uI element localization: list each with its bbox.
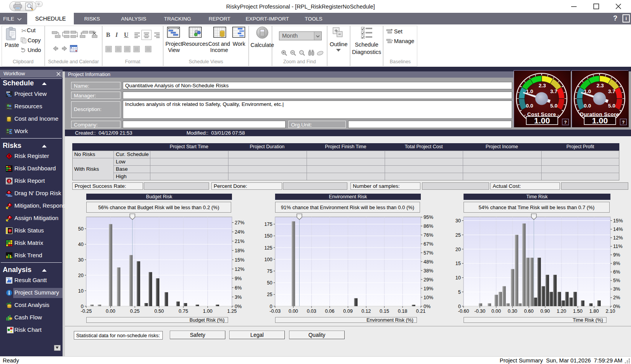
svg-text:0.0: 0.0 (526, 103, 533, 109)
svg-text:0.50: 0.50 (154, 309, 164, 314)
svg-text:-0.25: -0.25 (81, 309, 92, 314)
svg-text:150: 150 (264, 233, 272, 239)
svg-text:10: 10 (78, 288, 84, 294)
svg-text:12%: 12% (613, 235, 623, 241)
svg-text:30: 30 (455, 218, 461, 224)
svg-text:1.25: 1.25 (227, 309, 237, 314)
svg-text:1.50: 1.50 (573, 309, 582, 314)
svg-text:2.3: 2.3 (596, 83, 604, 88)
svg-text:0.00: 0.00 (492, 309, 501, 314)
svg-text:2%: 2% (613, 295, 620, 300)
svg-text:50: 50 (78, 226, 84, 232)
svg-text:30: 30 (78, 257, 84, 263)
svg-text:3%: 3% (613, 286, 620, 292)
svg-text:95%: 95% (424, 215, 433, 220)
svg-text:50: 50 (267, 280, 272, 286)
svg-text:25: 25 (455, 232, 461, 238)
svg-text:29%: 29% (424, 277, 433, 283)
svg-text:10: 10 (455, 275, 461, 281)
svg-text:15%: 15% (235, 257, 244, 263)
svg-text:10%: 10% (424, 295, 433, 300)
svg-text:0.00: 0.00 (289, 309, 298, 314)
svg-text:0.60: 0.60 (524, 309, 533, 314)
svg-text:?: ? (564, 120, 567, 125)
svg-text:18%: 18% (235, 248, 244, 253)
svg-text:1.80: 1.80 (589, 309, 599, 314)
svg-text:21%: 21% (235, 239, 244, 244)
svg-text:0.00: 0.00 (106, 309, 115, 314)
svg-text:175: 175 (264, 222, 272, 227)
svg-text:0.12: 0.12 (361, 309, 371, 314)
svg-text:15%: 15% (613, 218, 623, 224)
svg-text:1.00: 1.00 (534, 116, 550, 125)
svg-text:20: 20 (455, 247, 461, 252)
svg-text:5.0: 5.0 (608, 103, 615, 109)
svg-text:100: 100 (264, 257, 272, 262)
svg-text:5.0: 5.0 (550, 103, 558, 109)
svg-text:1.20: 1.20 (557, 309, 566, 314)
svg-text:-0.60: -0.60 (458, 309, 469, 314)
svg-text:-0.03: -0.03 (270, 309, 281, 314)
svg-text:9%: 9% (235, 276, 242, 281)
svg-text:20: 20 (78, 273, 84, 278)
svg-text:6%: 6% (235, 285, 242, 291)
svg-text:6%: 6% (613, 269, 620, 275)
svg-text:24%: 24% (235, 229, 244, 235)
svg-text:8%: 8% (613, 261, 620, 266)
svg-text:3%: 3% (235, 295, 242, 300)
svg-text:?: ? (622, 120, 625, 125)
svg-text:0.21: 0.21 (416, 309, 425, 314)
svg-text:0.15: 0.15 (380, 309, 389, 314)
svg-text:125: 125 (264, 245, 272, 251)
svg-text:25: 25 (267, 292, 272, 297)
svg-text:1.00: 1.00 (592, 116, 608, 125)
svg-text:0.90: 0.90 (540, 309, 550, 314)
svg-text:19%: 19% (424, 286, 433, 291)
svg-text:5: 5 (458, 289, 461, 295)
svg-text:0.03: 0.03 (307, 309, 316, 314)
svg-text:0.75: 0.75 (179, 309, 188, 314)
svg-text:-0.30: -0.30 (474, 309, 486, 314)
svg-text:38%: 38% (424, 268, 433, 274)
svg-text:0.25: 0.25 (130, 309, 139, 314)
svg-text:40: 40 (78, 242, 84, 247)
svg-text:86%: 86% (424, 224, 433, 229)
svg-text:67%: 67% (424, 241, 433, 247)
svg-text:3.7: 3.7 (550, 88, 558, 94)
svg-text:14%: 14% (613, 227, 623, 232)
svg-text:9%: 9% (613, 252, 620, 258)
svg-text:0.0: 0.0 (584, 103, 591, 109)
svg-text:11%: 11% (613, 244, 622, 249)
svg-text:12%: 12% (235, 267, 244, 272)
svg-text:0.30: 0.30 (508, 309, 517, 314)
svg-text:3.7: 3.7 (608, 88, 615, 94)
svg-text:0.18: 0.18 (398, 309, 407, 314)
svg-text:75: 75 (267, 269, 272, 274)
svg-text:57%: 57% (424, 250, 433, 256)
svg-text:1.00: 1.00 (203, 309, 212, 314)
svg-text:48%: 48% (424, 259, 433, 265)
svg-text:0.09: 0.09 (343, 309, 352, 314)
svg-text:0.06: 0.06 (325, 309, 334, 314)
svg-text:2.10: 2.10 (606, 309, 615, 314)
svg-text:15: 15 (455, 261, 461, 266)
svg-text:76%: 76% (424, 232, 433, 238)
svg-text:27%: 27% (235, 220, 244, 225)
svg-text:5%: 5% (613, 278, 620, 283)
svg-text:2.3: 2.3 (539, 83, 546, 88)
